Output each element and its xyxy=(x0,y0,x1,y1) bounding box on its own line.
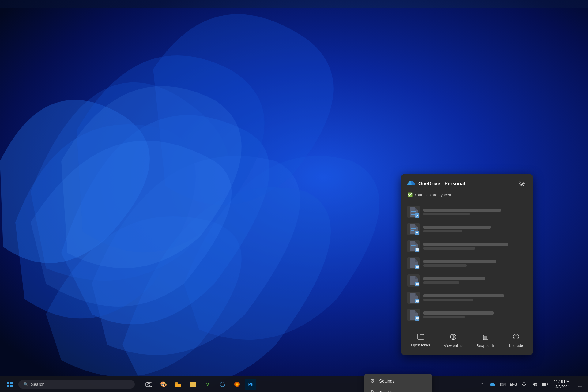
svg-marker-37 xyxy=(513,334,519,340)
file-name-bar-4 xyxy=(423,260,496,263)
file-item-3[interactable] xyxy=(401,238,533,255)
file-icon-2 xyxy=(407,223,420,235)
settings-gear-button[interactable] xyxy=(517,179,527,189)
menu-label-send-feedback: Send feedback xyxy=(379,390,408,392)
taskbar-edge[interactable] xyxy=(216,378,229,391)
feedback-icon xyxy=(369,390,375,392)
svg-rect-54 xyxy=(542,383,546,386)
taskbar: 🔍 Search 🎨 xyxy=(0,376,588,392)
taskbar-camera[interactable] xyxy=(142,378,156,391)
tray-volume[interactable] xyxy=(530,380,539,389)
file-item-5[interactable] xyxy=(401,272,533,289)
svg-point-8 xyxy=(520,182,524,186)
file-date-bar-2 xyxy=(423,230,462,232)
svg-point-1 xyxy=(371,390,373,392)
onedrive-actions: Open folder View online xyxy=(401,326,533,355)
action-recycle-bin[interactable]: Recycle bin xyxy=(473,331,499,350)
file-icon-5 xyxy=(407,274,420,287)
file-name-bar-7 xyxy=(423,311,494,315)
svg-rect-48 xyxy=(175,384,181,387)
file-info-1 xyxy=(423,209,527,215)
onedrive-panel: OneDrive - Personal ✅ Your files are syn… xyxy=(401,174,533,355)
taskbar-file-explorer[interactable] xyxy=(172,378,185,391)
search-icon: 🔍 xyxy=(23,382,28,387)
svg-point-7 xyxy=(521,183,523,185)
action-label-view-online: View online xyxy=(444,344,462,348)
tray-onedrive[interactable] xyxy=(488,380,497,389)
file-name-bar-5 xyxy=(423,277,485,280)
file-info-2 xyxy=(423,226,527,232)
taskbar-folder[interactable] xyxy=(186,378,200,391)
file-item-2[interactable] xyxy=(401,221,533,238)
file-date-bar-5 xyxy=(423,281,459,284)
file-date-bar-7 xyxy=(423,316,465,318)
file-item-6[interactable] xyxy=(401,289,533,306)
action-label-upgrade: Upgrade xyxy=(509,344,523,348)
menu-item-send-feedback[interactable]: Send feedback xyxy=(364,387,432,392)
tray-language[interactable]: ENG xyxy=(509,380,518,389)
svg-rect-44 xyxy=(10,385,13,387)
file-name-bar-3 xyxy=(423,243,508,246)
file-name-bar-6 xyxy=(423,294,504,297)
file-item-7[interactable] xyxy=(401,306,533,323)
tray-chevron[interactable]: ^ xyxy=(478,380,487,389)
taskbar-firefox[interactable] xyxy=(230,378,244,391)
action-upgrade[interactable]: Upgrade xyxy=(505,331,527,350)
clock-date: 5/5/2024 xyxy=(555,384,570,390)
svg-rect-13 xyxy=(411,228,416,229)
notifications-button[interactable] xyxy=(576,380,584,389)
file-info-3 xyxy=(423,243,527,250)
action-label-recycle-bin: Recycle bin xyxy=(476,344,495,348)
sync-status-text: Your files are synced xyxy=(414,193,451,197)
svg-rect-10 xyxy=(411,213,414,213)
settings-icon: ⚙ xyxy=(369,378,375,384)
upgrade-diamond-icon xyxy=(513,334,519,342)
menu-label-settings: Settings xyxy=(379,379,395,383)
tray-language-text: ENG xyxy=(510,383,517,386)
svg-rect-11 xyxy=(411,214,415,215)
sync-status: ✅ Your files are synced xyxy=(401,191,533,201)
file-icon-3 xyxy=(407,240,420,252)
tray-keyboard[interactable]: ⌨ xyxy=(499,380,507,389)
file-icon-7 xyxy=(407,309,420,321)
start-button[interactable] xyxy=(4,378,16,390)
file-list xyxy=(401,201,533,326)
svg-rect-16 xyxy=(416,234,419,234)
onedrive-title-area: OneDrive - Personal xyxy=(407,180,465,188)
taskbar-photoshop[interactable]: Ps xyxy=(245,379,256,390)
svg-rect-43 xyxy=(7,385,9,387)
svg-rect-41 xyxy=(7,382,9,384)
file-name-bar-2 xyxy=(423,226,491,229)
file-item-4[interactable] xyxy=(401,255,533,272)
search-text: Search xyxy=(31,382,44,387)
file-info-7 xyxy=(423,311,527,318)
file-name-bar-1 xyxy=(423,209,501,212)
svg-point-52 xyxy=(524,386,524,386)
action-view-online[interactable]: View online xyxy=(440,331,466,350)
svg-rect-9 xyxy=(411,211,416,212)
svg-rect-17 xyxy=(411,245,416,246)
file-info-6 xyxy=(423,294,527,301)
svg-rect-42 xyxy=(10,382,13,384)
file-icon-1 xyxy=(407,206,420,218)
tray-wifi[interactable] xyxy=(520,380,528,389)
action-open-folder[interactable]: Open folder xyxy=(407,331,434,350)
file-date-bar-3 xyxy=(423,247,475,250)
tray-battery[interactable] xyxy=(541,380,549,389)
svg-rect-14 xyxy=(411,230,414,231)
clock[interactable]: 11:19 PM 5/5/2024 xyxy=(552,379,572,390)
taskbar-color-picker[interactable]: 🎨 xyxy=(157,378,170,391)
taskbar-right: ^ ⌨ ENG xyxy=(478,379,584,390)
context-menu: ⚙ Settings Send feedback ? Get help xyxy=(364,374,432,392)
svg-rect-55 xyxy=(578,382,582,387)
taskbar-vector-app[interactable]: V xyxy=(201,378,214,391)
menu-item-settings[interactable]: ⚙ Settings xyxy=(364,375,432,387)
sync-check-icon: ✅ xyxy=(407,192,413,197)
view-online-icon xyxy=(450,334,457,342)
onedrive-logo-icon xyxy=(407,180,415,188)
file-item-1[interactable] xyxy=(401,203,533,221)
recycle-bin-icon xyxy=(483,334,489,342)
search-bar[interactable]: 🔍 Search xyxy=(18,380,135,389)
onedrive-panel-title: OneDrive - Personal xyxy=(418,181,465,187)
svg-rect-45 xyxy=(146,383,152,387)
